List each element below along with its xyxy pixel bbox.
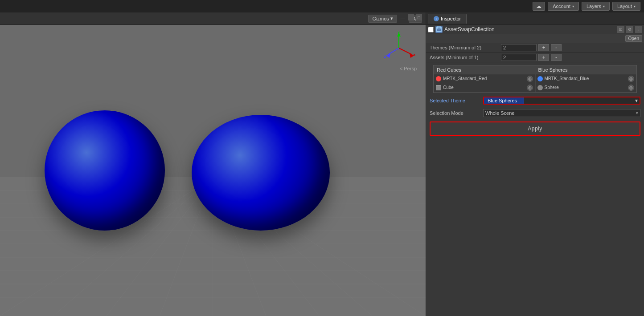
bookmark-button[interactable]: ⊡ (617, 26, 624, 33)
red-material-name: MRTK_Standard_Red (443, 76, 525, 81)
cloud-icon: ☁ (536, 3, 541, 9)
account-button[interactable]: Account ▾ (548, 2, 579, 11)
persp-label: < Persp (400, 66, 417, 71)
settings-button[interactable]: ⚙ (626, 26, 633, 33)
themes-plus-button[interactable]: + (538, 44, 549, 51)
sphere-mesh-name: Sphere (545, 85, 627, 90)
blue-spheres-mesh-row[interactable]: Sphere ◎ (536, 83, 636, 92)
inspector-tabs: i Inspector (426, 12, 644, 25)
maximize-icon[interactable]: □ (416, 14, 422, 20)
blue-spheres-header: Blue Spheres (536, 66, 636, 74)
blue-material-icon (537, 76, 543, 81)
open-row: Open (426, 34, 644, 43)
red-material-select-button[interactable]: ◎ (527, 76, 533, 82)
obj-title: AssetSwapCollection (444, 26, 617, 32)
themes-label: Themes (Minimum of 2) (430, 45, 501, 50)
apply-button-wrapper: Apply (430, 122, 640, 136)
cube-mesh-select-button[interactable]: ◎ (527, 85, 533, 91)
gizmos-chevron-icon: ▾ (390, 16, 393, 21)
main-area: Gizmos ▾ — All — □ (0, 12, 644, 316)
selection-mode-label: Selection Mode (430, 110, 483, 116)
svg-text:X: X (413, 53, 416, 57)
themes-minus-button[interactable]: - (551, 44, 562, 51)
selected-theme-row: Selected Theme Blue Spheres ▾ (426, 96, 644, 105)
themes-value[interactable] (501, 44, 537, 51)
inspector-tab[interactable]: i Inspector (428, 14, 467, 24)
assets-label: Assets (Minimum of 1) (430, 55, 501, 60)
assets-plus-button[interactable]: + (538, 54, 549, 61)
assets-minus-button[interactable]: - (551, 54, 562, 61)
header-icons: ⊡ ⚙ ⋮ (617, 26, 642, 33)
viewport[interactable]: Gizmos ▾ — All — □ (0, 12, 426, 316)
red-material-icon (436, 76, 441, 81)
selected-theme-dropdown-wrapper: Blue Spheres ▾ (483, 97, 640, 105)
blue-material-select-button[interactable]: ◎ (628, 76, 634, 82)
layout-button[interactable]: Layout ▾ (612, 2, 640, 11)
red-cubes-header: Red Cubes (434, 66, 535, 74)
blue-spheres-material-row[interactable]: MRTK_Standard_Blue ◎ (536, 74, 636, 83)
gizmo: Y X Z (381, 30, 417, 66)
selection-mode-row: Selection Mode Whole Scene ▾ (426, 108, 644, 118)
apply-button[interactable]: Apply (431, 122, 640, 135)
layers-chevron-icon: ▾ (603, 4, 605, 8)
viewport-toolbar: Gizmos ▾ — All — □ (0, 12, 426, 25)
blue-material-name: MRTK_Standard_Blue (545, 76, 627, 81)
themes-field-row: Themes (Minimum of 2) + - (426, 43, 644, 53)
viewport-icons: — □ (408, 14, 422, 20)
sphere-mesh-select-button[interactable]: ◎ (628, 85, 634, 91)
theme-col-blue-spheres: Blue Spheres MRTK_Standard_Blue ◎ Sphere… (535, 65, 637, 93)
open-button[interactable]: Open (625, 35, 642, 42)
svg-line-23 (388, 48, 399, 55)
layers-label: Layers (587, 4, 601, 9)
gizmos-label: Gizmos (372, 16, 389, 21)
red-cubes-material-row[interactable]: MRTK_Standard_Red ◎ (434, 74, 535, 83)
inspector-content: Themes (Minimum of 2) + - Assets (Minimu… (426, 43, 644, 316)
overflow-button[interactable]: ⋮ (635, 26, 642, 33)
layout-label: Layout (617, 4, 632, 9)
selected-theme-arrow-icon: ▾ (635, 97, 638, 104)
separator: — (401, 16, 405, 21)
svg-text:Z: Z (384, 55, 386, 59)
selection-mode-value: Whole Scene (485, 110, 514, 116)
selected-theme-value[interactable]: Blue Spheres (484, 97, 524, 104)
top-bar: ☁ Account ▾ Layers ▾ Layout ▾ (0, 0, 644, 12)
inspector-panel: i Inspector AssetSwapCollection ⊡ ⚙ ⋮ O (426, 12, 644, 316)
svg-text:Y: Y (398, 31, 400, 35)
cloud-button[interactable]: ☁ (533, 2, 545, 11)
obj-type-icon (435, 26, 443, 33)
cube-mesh-name: Cube (443, 85, 525, 90)
account-label: Account (553, 4, 570, 9)
svg-rect-29 (438, 26, 440, 29)
minimize-icon[interactable]: — (408, 14, 414, 20)
layout-chevron-icon: ▾ (634, 4, 636, 8)
theme-grid-wrapper: Red Cubes MRTK_Standard_Red ◎ Cube ◎ (430, 65, 640, 93)
layers-button[interactable]: Layers ▾ (582, 2, 610, 11)
red-cubes-mesh-row[interactable]: Cube ◎ (434, 83, 535, 92)
assets-field-row: Assets (Minimum of 1) + - (426, 53, 644, 62)
selection-mode-dropdown[interactable]: Whole Scene ▾ (483, 109, 640, 117)
sphere-1 (45, 110, 165, 231)
selection-mode-arrow-icon: ▾ (636, 111, 638, 115)
account-chevron-icon: ▾ (572, 4, 574, 8)
selected-theme-arrow[interactable]: ▾ (524, 97, 640, 104)
inspector-tab-icon: i (434, 16, 439, 21)
gizmos-button[interactable]: Gizmos ▾ (368, 15, 397, 23)
inspector-tab-label: Inspector (441, 16, 461, 21)
assets-value[interactable] (501, 54, 537, 61)
theme-grid: Red Cubes MRTK_Standard_Red ◎ Cube ◎ (433, 65, 637, 93)
obj-active-checkbox[interactable] (428, 27, 434, 32)
sphere-mesh-icon (537, 85, 543, 90)
sphere-2 (192, 115, 330, 231)
theme-col-red-cubes: Red Cubes MRTK_Standard_Red ◎ Cube ◎ (434, 65, 535, 93)
selected-theme-label: Selected Theme (430, 98, 483, 103)
cube-mesh-icon (436, 85, 441, 90)
